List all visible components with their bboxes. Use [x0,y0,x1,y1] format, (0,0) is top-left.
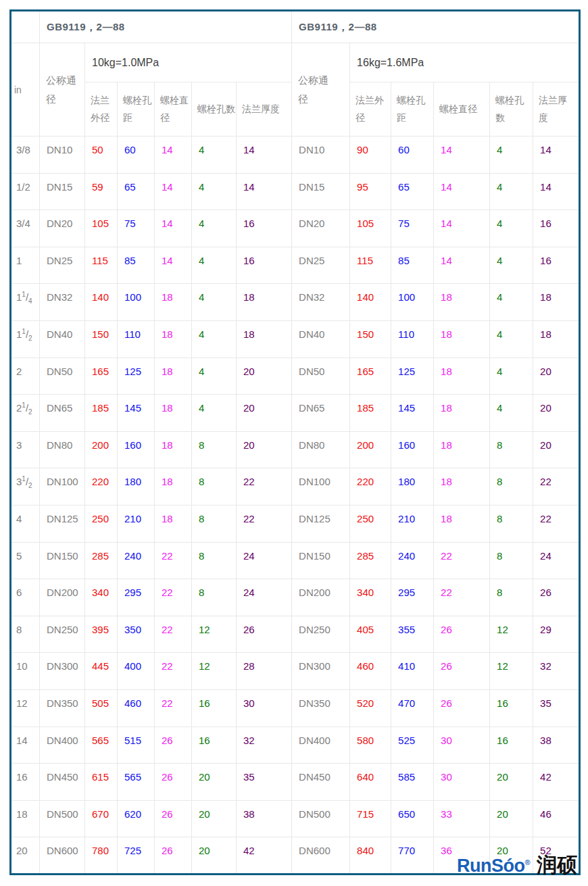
value-cell-left: 8 [192,505,237,542]
flange-dimension-table: GB9119，2—88 GB9119，2—88 in 公称通 径 10kg=1.… [9,9,581,875]
value-cell-right: 715 [350,800,391,837]
header-flange-od-left: 法兰 外径 [85,82,118,137]
dn-cell-left: DN50 [40,358,85,395]
value-cell-right: 185 [350,395,391,432]
value-cell-left: 505 [85,689,118,727]
value-cell-left: 59 [85,173,118,210]
runsoo-logo: RunSóo® 润硕 [457,852,577,879]
value-cell-left: 4 [192,173,237,210]
value-cell-right: 140 [350,284,391,321]
value-cell-right: 355 [391,616,434,653]
dn-cell-left: DN65 [40,395,85,432]
value-cell-right: 33 [434,800,490,837]
value-cell-left: 14 [155,247,192,284]
value-cell-right: 240 [391,542,434,579]
value-cell-left: 210 [118,505,155,542]
table-row: 3/4DN201057514416DN201057514416 [11,210,580,247]
dn-cell-left: DN250 [40,616,85,653]
nominal-diameter-header-left: 公称通 径 [40,43,85,137]
value-cell-left: 20 [237,431,292,468]
value-cell-right: 26 [533,579,580,616]
value-cell-left: 445 [85,653,118,690]
value-cell-right: 18 [533,320,580,358]
value-cell-right: 20 [490,764,533,801]
table-row: 3/8DN10506014414DN10906014414 [11,137,580,174]
value-cell-right: 22 [434,579,490,616]
value-cell-left: 4 [192,210,237,247]
value-cell-right: 650 [391,800,434,837]
dn-cell-left: DN32 [40,284,85,321]
value-cell-right: 14 [533,137,580,174]
value-cell-left: 18 [155,358,192,395]
unit-header: in [11,43,40,137]
table-row: 8DN250395350221226DN250405355261229 [11,616,580,653]
table-row: 21/2DN6518514518420DN6518514518420 [11,395,580,432]
value-cell-left: 140 [85,284,118,321]
dn-cell-right: DN20 [292,210,350,247]
value-cell-right: 285 [350,542,391,579]
value-cell-left: 100 [118,284,155,321]
value-cell-right: 14 [434,247,490,284]
value-cell-right: 18 [434,468,490,506]
value-cell-right: 160 [391,431,434,468]
value-cell-left: 20 [237,358,292,395]
dn-cell-right: DN350 [292,689,350,727]
value-cell-right: 90 [350,137,391,174]
value-cell-left: 125 [118,358,155,395]
standard-title-right: GB9119，2—88 [292,11,580,43]
logo-latin: RunSóo® [457,856,530,877]
value-cell-right: 520 [350,689,391,727]
inch-cell: 3/4 [11,210,40,247]
dn-cell-right: DN50 [292,358,350,395]
value-cell-left: 16 [192,727,237,764]
value-cell-right: 220 [350,468,391,506]
value-cell-left: 4 [192,395,237,432]
dn-cell-left: DN450 [40,764,85,801]
value-cell-left: 8 [192,468,237,506]
value-cell-right: 46 [533,800,580,837]
value-cell-right: 4 [490,284,533,321]
inch-cell: 5 [11,542,40,579]
inch-cell: 1/2 [11,173,40,210]
value-cell-left: 18 [155,431,192,468]
inch-cell: 31/2 [11,468,40,506]
value-cell-left: 185 [85,395,118,432]
value-cell-right: 12 [490,653,533,690]
inch-cell: 8 [11,616,40,653]
value-cell-right: 38 [533,727,580,764]
value-cell-right: 4 [490,247,533,284]
table-row: 6DN20034029522824DN20034029522826 [11,579,580,616]
table-row: 18DN500670620262038DN500715650332046 [11,800,580,837]
value-cell-left: 24 [237,579,292,616]
value-cell-right: 60 [391,137,434,174]
value-cell-right: 4 [490,320,533,358]
dn-cell-left: DN300 [40,653,85,690]
inch-cell: 11/2 [11,320,40,358]
value-cell-left: 350 [118,616,155,653]
value-cell-right: 18 [434,505,490,542]
value-cell-left: 395 [85,616,118,653]
value-cell-left: 14 [237,173,292,210]
value-cell-left: 220 [85,468,118,506]
value-cell-left: 285 [85,542,118,579]
dn-cell-right: DN500 [292,800,350,837]
value-cell-left: 22 [155,542,192,579]
value-cell-right: 18 [434,395,490,432]
inch-cell: 4 [11,505,40,542]
table-body: 3/8DN10506014414DN109060144141/2DN155965… [11,137,580,875]
value-cell-right: 250 [350,505,391,542]
value-cell-left: 22 [155,689,192,727]
value-cell-right: 20 [490,800,533,837]
dn-cell-left: DN150 [40,542,85,579]
inch-cell: 11/4 [11,284,40,321]
value-cell-left: 18 [155,284,192,321]
pressure-header-right: 16kg=1.6MPa [350,43,580,82]
value-cell-left: 26 [155,800,192,837]
value-cell-right: 840 [350,837,391,875]
value-cell-right: 180 [391,468,434,506]
table-row: 11/2DN4015011018418DN4015011018418 [11,320,580,358]
table-row: 14DN400565515261632DN400580525301638 [11,727,580,764]
value-cell-left: 14 [155,210,192,247]
pressure-header-left: 10kg=1.0MPa [85,43,292,82]
value-cell-right: 32 [533,653,580,690]
